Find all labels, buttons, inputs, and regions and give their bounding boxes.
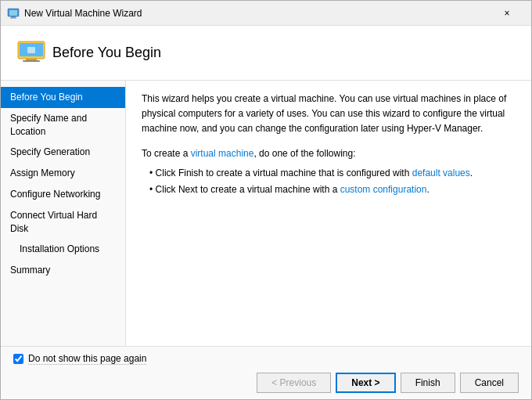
svg-rect-8 [27,47,35,53]
next-button[interactable]: Next > [336,373,395,393]
svg-rect-7 [23,60,40,62]
sidebar-item-connect-vhd[interactable]: Connect Virtual Hard Disk [1,205,125,240]
list-item-finish: Click Finish to create a virtual machine… [149,165,516,182]
wizard-sidebar: Before You Begin Specify Name and Locati… [1,81,126,346]
list-item-next: Click Next to create a virtual machine w… [149,182,516,199]
finish-ref: Finish [178,168,203,178]
wizard-footer: Do not show this page again < Previous N… [1,346,531,399]
do-not-show-label[interactable]: Do not show this page again [28,353,146,365]
svg-rect-1 [9,10,17,16]
svg-rect-6 [26,59,37,60]
close-button[interactable]: × [489,1,525,26]
main-area: Before You Begin Specify Name and Locati… [1,81,531,346]
do-not-show-checkbox[interactable] [13,354,23,364]
custom-config-link: custom configuration [340,184,427,195]
subheading: To create a virtual machine, do one of t… [142,148,516,159]
intro-paragraph: This wizard helps you create a virtual m… [142,92,516,137]
default-values-link: default values [412,168,470,178]
svg-rect-2 [11,16,16,18]
svg-rect-3 [10,17,16,18]
header-title: Before You Begin [52,45,161,61]
checkbox-row: Do not show this page again [13,353,519,365]
sidebar-item-installation-options[interactable]: Installation Options [1,239,125,260]
sidebar-item-configure-networking[interactable]: Configure Networking [1,184,125,205]
content-area: This wizard helps you create a virtual m… [126,81,531,346]
previous-button[interactable]: < Previous [257,373,331,393]
titlebar: New Virtual Machine Wizard × [1,1,531,26]
virtual-machine-link[interactable]: virtual machine [191,148,254,159]
button-row: < Previous Next > Finish Cancel [13,373,519,393]
wizard-header: Before You Begin [1,26,531,81]
instructions-list: Click Finish to create a virtual machine… [142,165,516,199]
finish-button[interactable]: Finish [401,373,455,393]
sidebar-item-specify-name[interactable]: Specify Name and Location [1,108,125,142]
next-ref: Next [178,184,198,195]
sidebar-item-summary[interactable]: Summary [1,260,125,281]
sidebar-item-before-you-begin[interactable]: Before You Begin [1,87,125,108]
window-title: New Virtual Machine Wizard [24,8,489,19]
header-computer-icon [16,41,41,66]
titlebar-icon [7,7,20,20]
cancel-button[interactable]: Cancel [460,373,519,393]
wizard-window: New Virtual Machine Wizard × Before You … [0,0,532,400]
sidebar-item-assign-memory[interactable]: Assign Memory [1,163,125,184]
sidebar-item-specify-generation[interactable]: Specify Generation [1,142,125,163]
